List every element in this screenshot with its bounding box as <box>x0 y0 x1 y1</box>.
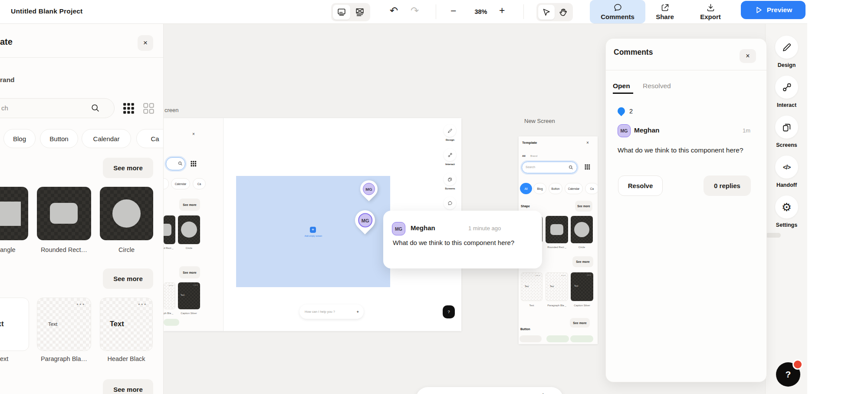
search-input[interactable]: ch <box>0 98 115 118</box>
preview-button[interactable]: Preview <box>741 1 806 19</box>
gear-icon: ⚙ <box>782 202 792 213</box>
autodesigner-input[interactable]: Use Autodesigner 1.5 ✦ ✦ ✦ <box>416 387 563 394</box>
sparkle-icon: ✦ <box>356 310 359 314</box>
handoff-label: Handoff <box>766 182 808 188</box>
mini-text-label: ph Bla _ <box>164 312 173 315</box>
mini-search-input <box>166 157 185 170</box>
text-card-header[interactable]: Text ••• <box>100 298 153 351</box>
mini-close-icon: × <box>586 141 589 145</box>
shape-card-rectangle[interactable] <box>0 187 28 240</box>
mini-chip-button: Button <box>549 183 562 194</box>
mini-button-pill <box>164 319 179 326</box>
comments-toolbar-button[interactable]: Comments <box>590 0 645 23</box>
mini-shape-card-circle <box>571 216 593 243</box>
resolve-button[interactable]: Resolve <box>618 175 663 196</box>
replies-button[interactable]: 0 replies <box>704 175 751 196</box>
close-icon: × <box>143 39 148 47</box>
view-mode-toggle <box>331 3 370 21</box>
share-button[interactable]: Share <box>651 0 679 23</box>
grid-2x2-view-button[interactable] <box>143 103 155 114</box>
mini-shape-label: Circle <box>571 246 593 248</box>
mini-see-more-button: See more <box>570 318 590 328</box>
avatar: MG <box>392 222 405 235</box>
mini-chip-calendar: Calendar <box>565 183 583 194</box>
mini-shape-section: Shape <box>521 205 530 208</box>
comment-thread-count: 2 <box>629 108 633 115</box>
left-screen-label[interactable]: creen <box>164 107 179 113</box>
avatar: MG <box>363 183 375 195</box>
close-button[interactable]: × <box>138 35 153 51</box>
tab-open[interactable]: Open <box>613 82 630 90</box>
mini-shape-label: d Rect _ <box>164 247 173 249</box>
add-screen-button[interactable]: + <box>310 227 316 233</box>
text-card-paragraph[interactable]: Text ••• <box>37 298 91 351</box>
settings-label: Settings <box>766 222 808 228</box>
mini-button-section: Button <box>520 328 530 331</box>
search-icon <box>569 165 573 170</box>
chip-blog[interactable]: Blog <box>3 129 36 148</box>
export-button[interactable]: Export <box>696 0 725 23</box>
mini-text-label: Text <box>521 304 542 307</box>
screens-icon <box>447 177 453 182</box>
zoom-out-button[interactable]: − <box>450 5 456 17</box>
mini-tab-all: All <box>522 155 526 157</box>
select-tool-button[interactable] <box>538 5 555 20</box>
mini-button-pill <box>546 335 569 342</box>
mini-text-card: Text ••• <box>546 272 568 301</box>
interact-button[interactable] <box>775 76 798 99</box>
pencil-icon <box>447 128 453 133</box>
text-card-label: Header Black <box>100 355 153 362</box>
new-screen-label[interactable]: New Screen <box>524 118 555 124</box>
comment-bubble-icon <box>613 3 622 12</box>
tab-resolved[interactable]: Resolved <box>643 82 671 90</box>
comment-time: 1m <box>743 127 750 134</box>
screen-icon <box>337 7 346 17</box>
shape-card-circle[interactable] <box>100 187 153 240</box>
undo-button[interactable]: ↶ <box>390 5 398 16</box>
project-title[interactable]: Untitled Blank Project <box>11 7 82 15</box>
more-options-icon: ••• <box>536 274 540 277</box>
interact-label: Interact <box>766 102 808 108</box>
more-options-icon: ••• <box>194 284 198 286</box>
see-more-bottom-button[interactable]: See more <box>103 379 153 394</box>
mini-chip-blog: Blog <box>533 183 546 194</box>
settings-button[interactable]: ⚙ <box>775 195 798 219</box>
tab-brand[interactable]: rand <box>0 76 15 84</box>
zoom-in-button[interactable]: + <box>499 5 505 16</box>
scrollbar-handle[interactable] <box>766 233 781 238</box>
mode-sidebar: Design Interact Screens </> Handoff ⚙ Se… <box>765 24 807 394</box>
divider <box>0 57 164 58</box>
see-more-text-button[interactable]: See more <box>103 268 153 289</box>
design-view-button[interactable] <box>333 5 350 20</box>
handoff-button[interactable]: </> <box>775 156 798 179</box>
more-options-icon[interactable]: ••• <box>76 301 85 307</box>
grid-3x3-view-button[interactable] <box>123 103 135 114</box>
see-more-shapes-button[interactable]: See more <box>103 158 153 178</box>
comment-popup[interactable]: MG Meghan 1 minute ago What do we think … <box>383 211 542 268</box>
close-icon: × <box>746 52 750 60</box>
close-comments-button[interactable]: × <box>740 49 756 63</box>
chip-button[interactable]: Button <box>40 129 78 148</box>
divider <box>523 4 524 19</box>
wireframe-view-button[interactable] <box>351 5 368 20</box>
zoom-level[interactable]: 38% <box>469 8 493 15</box>
app-window: creen × Calendar Ca See more <box>0 0 807 394</box>
chip-card[interactable]: Ca <box>136 129 164 148</box>
shape-card-rounded-rect[interactable] <box>37 187 91 240</box>
screens-label: Screens <box>766 142 808 148</box>
design-label: Design <box>766 62 808 68</box>
search-icon <box>91 103 100 113</box>
download-icon <box>706 3 715 12</box>
design-button[interactable] <box>775 36 798 59</box>
more-options-icon[interactable]: ••• <box>138 301 147 307</box>
interact-icon <box>782 82 792 93</box>
text-card-text[interactable]: ext <box>0 298 29 351</box>
share-icon <box>661 3 670 12</box>
hand-tool-button[interactable] <box>556 5 571 20</box>
mini-see-more-button: See more <box>575 201 592 212</box>
redo-button[interactable]: ↷ <box>411 5 419 16</box>
shape-card-label: Rounded Rect… <box>37 246 91 253</box>
chip-calendar[interactable]: Calendar <box>82 129 131 148</box>
mini-assistant-pill: How can I help you ? ✦ <box>299 305 364 319</box>
screens-button[interactable] <box>775 116 798 139</box>
